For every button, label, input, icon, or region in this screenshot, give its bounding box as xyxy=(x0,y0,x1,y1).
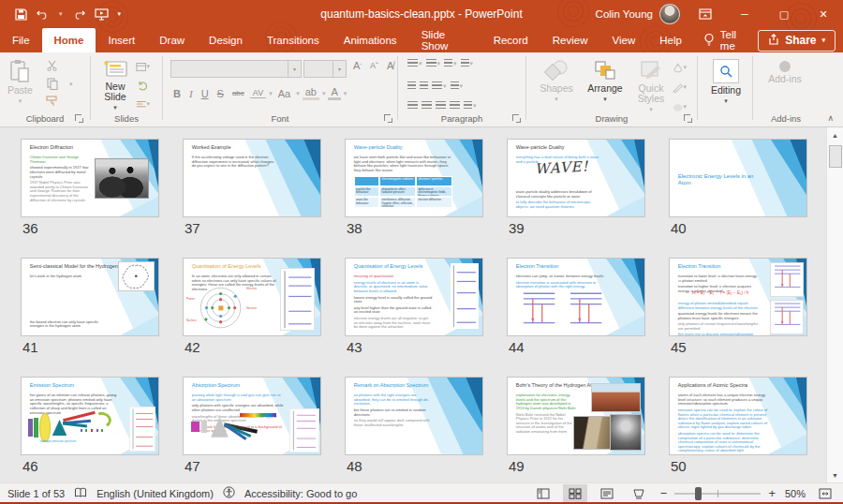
vertical-scrollbar[interactable]: ▲ ▼ xyxy=(826,127,843,482)
slide-thumbnail-44[interactable]: Electron Transitionelectrons can jump, o… xyxy=(507,258,645,336)
slide-counter[interactable]: Slide 1 of 53 xyxy=(7,488,65,499)
close-button[interactable]: ✕ xyxy=(809,0,837,28)
slide-thumbnail-41[interactable]: Semi-classical Model for the Hydrogen At… xyxy=(21,258,159,336)
slide-thumbnail-36[interactable]: Electron DiffractionClinton Davisson and… xyxy=(21,139,159,217)
font-name-combo[interactable]: ▾ xyxy=(170,60,302,78)
tell-me[interactable]: Tell me xyxy=(694,28,758,52)
reading-view-icon[interactable] xyxy=(595,484,619,502)
character-spacing-icon[interactable]: AV xyxy=(250,88,266,98)
slide-thumbnail-39[interactable]: Wave-particle Dualityeverything has a du… xyxy=(507,139,645,217)
accessibility-icon[interactable] xyxy=(223,486,235,500)
paste-button[interactable]: Paste ▾ xyxy=(7,59,33,105)
copy-icon[interactable] xyxy=(45,77,59,90)
highlight-color-icon[interactable]: ab xyxy=(303,86,319,100)
scroll-up-icon[interactable]: ▲ xyxy=(827,127,843,142)
zoom-in-button[interactable]: + xyxy=(766,486,777,500)
shrink-font-icon[interactable]: Aˇ xyxy=(367,61,381,70)
slide-thumbnail-48[interactable]: Remark on Absorption Spectrumas photons … xyxy=(345,377,483,455)
account-area[interactable]: Colin Young xyxy=(596,4,680,24)
subscript-abc-icon[interactable]: abc xyxy=(229,89,247,97)
clipboard-dialog-launcher-icon[interactable] xyxy=(75,114,83,123)
format-painter-icon[interactable] xyxy=(45,95,59,108)
minimize-button[interactable]: ─ xyxy=(731,0,759,28)
undo-icon[interactable] xyxy=(37,8,50,20)
tab-draw[interactable]: Draw xyxy=(147,28,197,52)
share-button[interactable]: Share ▾ xyxy=(758,30,836,52)
redo-icon[interactable] xyxy=(72,8,85,20)
zoom-out-button[interactable]: − xyxy=(658,486,670,500)
align-left-icon[interactable] xyxy=(407,101,418,110)
reset-slide-icon[interactable] xyxy=(136,79,150,92)
clear-formatting-icon[interactable]: A̸ xyxy=(384,60,396,71)
avatar[interactable] xyxy=(659,4,680,24)
align-center-icon[interactable] xyxy=(422,101,432,110)
tab-review[interactable]: Review xyxy=(540,28,600,52)
shape-effects-icon[interactable]: ▾ xyxy=(673,100,687,113)
start-slideshow-icon[interactable] xyxy=(95,8,109,21)
ribbon-display-options-icon[interactable] xyxy=(691,0,719,28)
quick-styles-button[interactable]: Quick Styles▾ xyxy=(631,59,671,113)
undo-dropdown-icon[interactable]: ▾ xyxy=(59,10,63,18)
slideshow-view-icon[interactable] xyxy=(627,484,651,502)
slide-thumbnail-40[interactable]: Electronic Energy Levels in an Atom xyxy=(669,139,807,217)
slide-sorter-view-icon[interactable] xyxy=(563,484,587,502)
editing-button[interactable]: Editing▾ xyxy=(707,59,745,105)
decrease-indent-icon[interactable] xyxy=(407,82,416,90)
tab-home[interactable]: Home xyxy=(42,28,96,52)
smartart-icon[interactable]: ▾ xyxy=(464,101,477,110)
maximize-button[interactable]: ▢ xyxy=(770,0,798,28)
language-label[interactable]: English (United Kingdom) xyxy=(96,488,214,499)
shape-fill-icon[interactable]: ▾ xyxy=(673,61,687,74)
font-color-icon[interactable]: A xyxy=(328,86,340,100)
new-slide-button[interactable]: New Slide ▾ xyxy=(96,59,134,111)
slide-thumbnail-50[interactable]: Applications of Atomic Spectraatoms of e… xyxy=(669,377,807,455)
slide-layout-icon[interactable]: ▾ xyxy=(136,60,150,73)
slide-thumbnail-38[interactable]: Wave-particle Dualitywe have seen both p… xyxy=(345,139,483,217)
proofing-icon[interactable] xyxy=(74,487,87,500)
tab-record[interactable]: Record xyxy=(481,28,540,52)
tab-view[interactable]: View xyxy=(599,28,647,52)
tab-transitions[interactable]: Transitions xyxy=(255,28,332,52)
save-icon[interactable] xyxy=(15,8,27,21)
scrollbar-thumb[interactable] xyxy=(829,145,842,168)
normal-view-icon[interactable] xyxy=(531,484,555,502)
slide-thumbnail-45[interactable]: Electron Transitiontransition to lower l… xyxy=(669,258,807,336)
slide-thumbnail-46[interactable]: Emission Spectrumhot gases of an element… xyxy=(21,377,159,455)
align-right-icon[interactable] xyxy=(436,101,446,110)
slide-thumbnail-49[interactable]: Bohr's Theory of the Hydrogen Atomexplan… xyxy=(507,377,645,455)
cut-icon[interactable] xyxy=(45,59,59,72)
tab-help[interactable]: Help xyxy=(647,28,694,52)
font-size-combo[interactable]: ▾ xyxy=(303,60,347,78)
zoom-slider-thumb[interactable] xyxy=(695,487,702,500)
scroll-down-icon[interactable]: ▼ xyxy=(827,467,843,482)
numbering-icon[interactable]: ▾ xyxy=(426,59,441,67)
justify-icon[interactable] xyxy=(450,101,460,110)
grow-font-icon[interactable]: Aˆ xyxy=(350,60,364,71)
columns-icon[interactable]: ▾ xyxy=(432,82,447,90)
increase-indent-icon[interactable] xyxy=(420,82,428,90)
tab-insert[interactable]: Insert xyxy=(96,28,147,52)
italic-button[interactable]: I xyxy=(186,88,196,99)
slide-thumbnail-47[interactable]: Absorption Spectrumpassing white light t… xyxy=(183,377,321,455)
text-direction-icon[interactable]: ▾ xyxy=(461,59,474,67)
accessibility-status[interactable]: Accessibility: Good to go xyxy=(244,488,357,499)
strikethrough-button[interactable]: S xyxy=(214,88,227,99)
slide-thumbnail-42[interactable]: Quantisation of Energy LevelsIn an atom,… xyxy=(183,258,321,336)
zoom-percent[interactable]: 50% xyxy=(785,488,806,499)
customize-qat-icon[interactable]: ▾ xyxy=(118,10,122,18)
fit-to-window-icon[interactable] xyxy=(813,484,837,502)
zoom-slider[interactable] xyxy=(674,493,761,495)
section-icon[interactable]: ▾ xyxy=(136,97,150,111)
align-text-icon[interactable]: ▾ xyxy=(451,82,464,90)
font-dialog-launcher-icon[interactable] xyxy=(384,114,392,123)
line-spacing-icon[interactable]: ▾ xyxy=(444,59,457,67)
slide-thumbnail-37[interactable]: Worked ExampleIf the accelerating voltag… xyxy=(183,139,321,217)
tab-file[interactable]: File xyxy=(0,28,42,52)
tab-animations[interactable]: Animations xyxy=(332,28,409,52)
clipboard-more-icon[interactable]: ▾ xyxy=(69,81,73,88)
tab-slide-show[interactable]: Slide Show xyxy=(409,28,481,52)
collapse-ribbon-icon[interactable]: ∧ xyxy=(827,113,834,123)
change-case-icon[interactable]: Aa xyxy=(275,88,293,99)
tab-design[interactable]: Design xyxy=(197,28,255,52)
slide-thumbnail-43[interactable]: Quantisation of Energy Levelsmeaning of … xyxy=(345,258,483,336)
